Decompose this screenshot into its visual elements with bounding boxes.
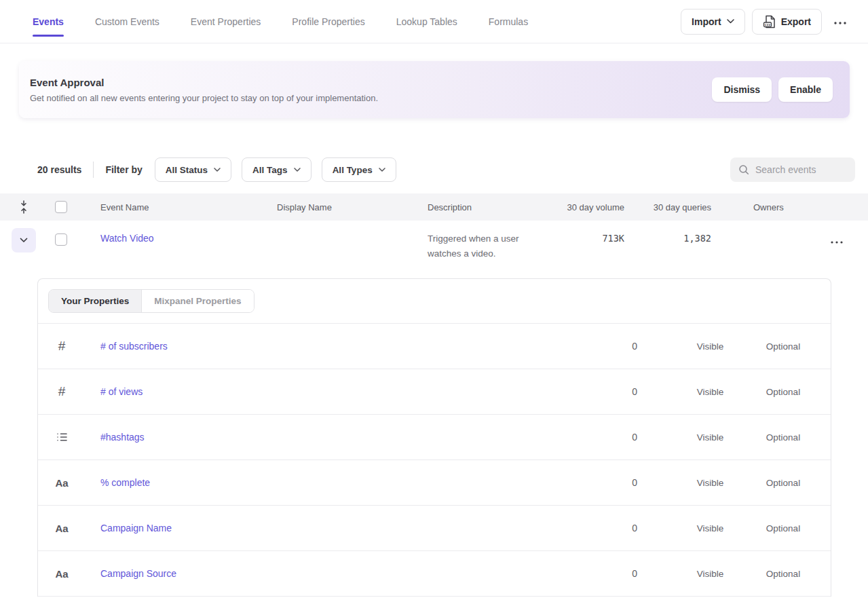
text-icon: Aa	[55, 523, 68, 534]
ellipsis-icon	[834, 22, 846, 24]
property-requirement: Optional	[742, 478, 824, 488]
filter-row: 20 results Filter by All StatusAll TagsA…	[0, 157, 868, 182]
events-table-header: Event Name Display Name Description 30 d…	[0, 193, 868, 221]
properties-panel: Your Properties Mixpanel Properties ## o…	[37, 278, 831, 597]
property-visibility: Visible	[678, 569, 742, 579]
header-display-name: Display Name	[277, 202, 428, 212]
enable-button[interactable]: Enable	[778, 77, 833, 102]
tab-your-properties[interactable]: Your Properties	[49, 290, 142, 312]
property-count: 0	[583, 477, 637, 488]
property-requirement: Optional	[742, 523, 824, 533]
top-nav: EventsCustom EventsEvent PropertiesProfi…	[0, 0, 868, 43]
property-requirement: Optional	[742, 432, 824, 443]
export-label: Export	[781, 16, 811, 27]
tab-formulas[interactable]: Formulas	[489, 0, 528, 43]
property-row: AaCampaign Source0VisibleOptional	[38, 551, 831, 597]
property-visibility: Visible	[678, 387, 742, 397]
results-count: 20 results	[37, 164, 81, 175]
filter-dropdowns: All StatusAll TagsAll Types	[155, 157, 396, 182]
property-count: 0	[583, 432, 637, 443]
event-row-watch-video: Watch Video Triggered when a user watche…	[0, 221, 868, 278]
property-name-link[interactable]: Campaign Name	[100, 523, 172, 533]
tab-lookup-tables[interactable]: Lookup Tables	[396, 0, 457, 43]
property-count: 0	[583, 341, 637, 352]
banner-title: Event Approval	[30, 77, 378, 88]
property-count: 0	[583, 523, 637, 533]
tab-events[interactable]: Events	[33, 0, 64, 43]
all-tags-dropdown[interactable]: All Tags	[242, 157, 312, 182]
row-overflow-button[interactable]	[825, 233, 848, 248]
event-name-link[interactable]: Watch Video	[100, 233, 154, 244]
property-count: 0	[583, 568, 637, 579]
all-status-dropdown[interactable]: All Status	[155, 157, 231, 182]
collapse-row-button[interactable]	[12, 228, 36, 252]
property-row: Aa% complete0VisibleOptional	[38, 460, 831, 506]
header-description: Description	[428, 202, 556, 212]
property-visibility: Visible	[678, 432, 742, 443]
tab-custom-events[interactable]: Custom Events	[95, 0, 159, 43]
search-input[interactable]	[755, 164, 844, 175]
header-owners: Owners	[753, 202, 808, 212]
property-count: 0	[583, 386, 637, 397]
filter-by-label: Filter by	[105, 164, 142, 175]
svg-text:csv: csv	[764, 22, 770, 26]
csv-file-icon: csv	[763, 15, 776, 29]
property-name-link[interactable]: % complete	[100, 477, 150, 488]
number-icon: #	[58, 339, 66, 354]
all-types-dropdown[interactable]: All Types	[322, 157, 396, 182]
property-visibility: Visible	[678, 341, 742, 352]
tab-event-properties[interactable]: Event Properties	[191, 0, 261, 43]
property-row: AaCampaign Name0VisibleOptional	[38, 506, 831, 551]
property-requirement: Optional	[742, 387, 824, 397]
event-30-day-queries: 1,382	[624, 233, 711, 244]
chevron-down-icon	[214, 168, 221, 172]
list-icon	[56, 432, 68, 443]
chevron-down-icon	[379, 168, 385, 172]
divider	[93, 162, 94, 178]
event-approval-banner: Event Approval Get notified on all new e…	[19, 61, 850, 118]
tab-profile-properties[interactable]: Profile Properties	[292, 0, 364, 43]
banner-text: Event Approval Get notified on all new e…	[30, 77, 378, 103]
tab-label: Custom Events	[95, 16, 159, 27]
chevron-down-icon	[294, 168, 301, 172]
header-30-day-volume: 30 day volume	[556, 202, 624, 212]
tab-mixpanel-properties[interactable]: Mixpanel Properties	[142, 290, 253, 312]
property-name-link[interactable]: Campaign Source	[100, 568, 176, 579]
property-requirement: Optional	[742, 569, 824, 579]
property-requirement: Optional	[742, 341, 824, 352]
property-row: ## of views0VisibleOptional	[38, 369, 831, 415]
event-description: Triggered when a user watches a video.	[428, 231, 544, 261]
banner-description: Get notified on all new events entering …	[30, 93, 378, 103]
collapse-all-icon[interactable]	[19, 200, 29, 214]
tab-label: Event Properties	[191, 16, 261, 27]
search-icon	[738, 164, 749, 175]
property-visibility: Visible	[678, 523, 742, 533]
row-checkbox[interactable]	[55, 233, 67, 246]
property-row: #hashtags0VisibleOptional	[38, 415, 831, 460]
nav-tabs: EventsCustom EventsEvent PropertiesProfi…	[33, 0, 528, 43]
dropdown-label: All Types	[333, 165, 373, 175]
property-name-link[interactable]: # of views	[100, 386, 143, 397]
property-name-link[interactable]: # of subscribers	[100, 341, 168, 352]
select-all-checkbox[interactable]	[55, 201, 67, 213]
dropdown-label: All Status	[166, 165, 208, 175]
chevron-down-icon	[727, 19, 734, 24]
number-icon: #	[58, 384, 66, 399]
import-label: Import	[692, 16, 721, 27]
nav-overflow-button[interactable]	[829, 14, 852, 29]
ellipsis-icon	[831, 241, 843, 244]
text-icon: Aa	[55, 568, 68, 580]
property-name-link[interactable]: #hashtags	[100, 432, 145, 443]
export-button[interactable]: csv Export	[752, 9, 822, 35]
event-30-day-volume: 713K	[556, 233, 624, 244]
tab-label: Formulas	[489, 16, 528, 27]
tab-label: Events	[33, 16, 64, 27]
property-visibility: Visible	[678, 478, 742, 488]
chevron-down-icon	[20, 238, 28, 243]
search-events-box[interactable]	[730, 157, 855, 182]
dismiss-button[interactable]: Dismiss	[712, 77, 772, 102]
dropdown-label: All Tags	[252, 165, 288, 175]
tab-label: Lookup Tables	[396, 16, 457, 27]
property-row: ## of subscribers0VisibleOptional	[38, 324, 831, 369]
import-button[interactable]: Import	[681, 9, 745, 35]
